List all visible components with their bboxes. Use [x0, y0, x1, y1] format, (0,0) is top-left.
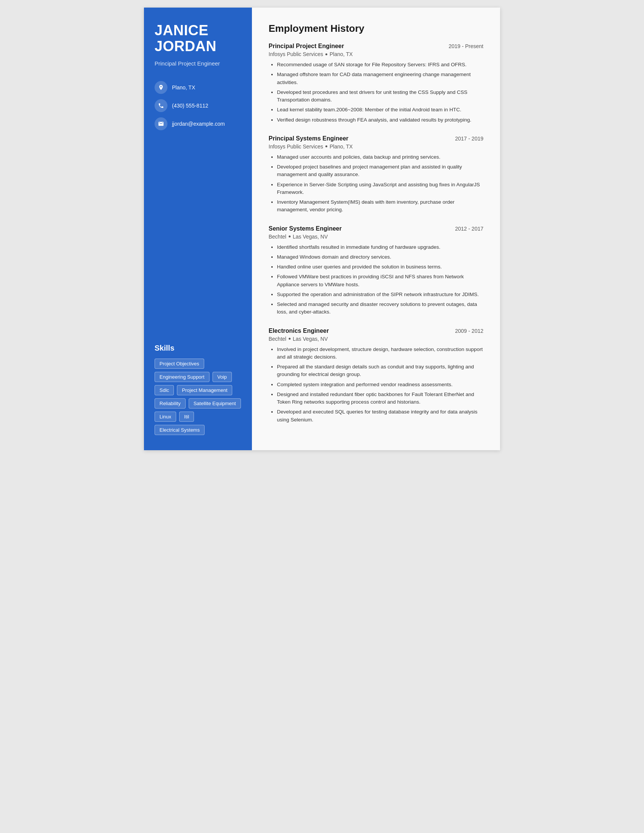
company-name: Bechtel — [269, 336, 287, 342]
contact-list: Plano, TX (430) 555-8112 jjordan@example… — [155, 81, 242, 130]
job-bullets: Managed user accounts and policies, data… — [269, 153, 483, 214]
bullet-item: Managed Windows domain and directory ser… — [277, 253, 483, 261]
skill-tag: Voip — [213, 372, 232, 382]
bullet-item: Completed system integration and perform… — [277, 381, 483, 389]
bullet-item: Inventory Management System(IMS) deals w… — [277, 198, 483, 214]
bullet-item: Selected and managed security and disast… — [277, 301, 483, 316]
bullet-item: Experience in Server-Side Scripting usin… — [277, 181, 483, 196]
separator-dot — [289, 338, 291, 339]
skills-tags: Project ObjectivesEngineering SupportVoi… — [155, 359, 242, 435]
job-header: Principal Project Engineer 2019 - Presen… — [269, 43, 483, 50]
job-bullets: Identified shortfalls resulted in immedi… — [269, 243, 483, 316]
company-name: Bechtel — [269, 234, 287, 240]
bullet-item: Developed test procedures and test drive… — [277, 88, 483, 104]
company-name: Infosys Public Services — [269, 143, 323, 150]
separator-dot — [289, 235, 291, 237]
skill-tag: Engineering Support — [155, 372, 209, 382]
job-location: Plano, TX — [330, 51, 353, 57]
separator-dot — [325, 145, 327, 147]
job-location: Plano, TX — [330, 143, 353, 150]
job-company: Bechtel Las Vegas, NV — [269, 234, 483, 240]
job-dates: 2017 - 2019 — [455, 135, 483, 142]
bullet-item: Developed and executed SQL queries for t… — [277, 408, 483, 424]
skill-tag: Project Objectives — [155, 359, 204, 369]
bullet-item: Involved in project development, structu… — [277, 346, 483, 361]
bullet-item: Handled online user queries and provided… — [277, 263, 483, 271]
email-text: jjordan@example.com — [172, 121, 225, 127]
resume-container: JANICE JORDAN Principal Project Engineer… — [144, 8, 500, 450]
bullet-item: Managed user accounts and policies, data… — [277, 153, 483, 161]
job-block: Electronics Engineer 2009 - 2012 Bechtel… — [269, 328, 483, 424]
candidate-title: Principal Project Engineer — [155, 60, 242, 68]
skills-heading: Skills — [155, 344, 242, 352]
bullet-item: Designed and installed redundant fiber o… — [277, 391, 483, 406]
bullet-item: Prepared all the standard design details… — [277, 363, 483, 379]
bullet-item: Verified design robustness through FEA a… — [277, 116, 483, 124]
job-bullets: Recommended usage of SAN storage for Fil… — [269, 61, 483, 124]
contact-location: Plano, TX — [155, 81, 242, 94]
separator-dot — [325, 53, 327, 55]
job-block: Principal Project Engineer 2019 - Presen… — [269, 43, 483, 124]
job-location: Las Vegas, NV — [293, 336, 328, 342]
job-title: Principal Project Engineer — [269, 43, 344, 50]
bullet-item: Followed VMWare best practices in provid… — [277, 273, 483, 288]
jobs-container: Principal Project Engineer 2019 - Presen… — [269, 43, 483, 424]
job-dates: 2019 - Present — [449, 43, 483, 49]
bullet-item: Supported the operation and administrati… — [277, 291, 483, 298]
location-text: Plano, TX — [172, 84, 195, 90]
contact-phone: (430) 555-8112 — [155, 99, 242, 112]
bullet-item: Lead kernel stability team.2006~2008: Me… — [277, 106, 483, 114]
job-header: Electronics Engineer 2009 - 2012 — [269, 328, 483, 334]
bullet-item: Recommended usage of SAN storage for Fil… — [277, 61, 483, 69]
skill-tag: Reliability — [155, 398, 186, 408]
employment-heading: Employment History — [269, 23, 483, 34]
skill-tag: Project Management — [177, 385, 232, 395]
contact-email: jjordan@example.com — [155, 117, 242, 130]
job-block: Principal Systems Engineer 2017 - 2019 I… — [269, 135, 483, 214]
job-title: Electronics Engineer — [269, 328, 329, 334]
job-bullets: Involved in project development, structu… — [269, 346, 483, 424]
job-title: Principal Systems Engineer — [269, 135, 349, 142]
job-block: Senior Systems Engineer 2012 - 2017 Bech… — [269, 225, 483, 316]
candidate-name: JANICE JORDAN — [155, 23, 242, 55]
bullet-item: Developed project baselines and project … — [277, 163, 483, 179]
bullet-item: Managed offshore team for CAD data manag… — [277, 71, 483, 86]
job-company: Infosys Public Services Plano, TX — [269, 143, 483, 150]
job-company: Bechtel Las Vegas, NV — [269, 336, 483, 342]
job-dates: 2009 - 2012 — [455, 328, 483, 334]
company-name: Infosys Public Services — [269, 51, 323, 57]
email-icon — [155, 117, 167, 130]
bullet-item: Identified shortfalls resulted in immedi… — [277, 243, 483, 251]
location-icon — [155, 81, 167, 94]
job-dates: 2012 - 2017 — [455, 226, 483, 232]
skills-section: Skills Project ObjectivesEngineering Sup… — [155, 344, 242, 435]
job-header: Principal Systems Engineer 2017 - 2019 — [269, 135, 483, 142]
job-company: Infosys Public Services Plano, TX — [269, 51, 483, 57]
skill-tag: Electrical Systems — [155, 425, 204, 435]
main-content: Employment History Principal Project Eng… — [252, 8, 500, 450]
job-header: Senior Systems Engineer 2012 - 2017 — [269, 225, 483, 232]
skill-tag: Satellite Equipment — [188, 398, 241, 408]
job-title: Senior Systems Engineer — [269, 225, 342, 232]
job-location: Las Vegas, NV — [293, 234, 328, 240]
phone-icon — [155, 99, 167, 112]
phone-text: (430) 555-8112 — [172, 103, 208, 109]
skill-tag: Linux — [155, 412, 176, 422]
skill-tag: Sdlc — [155, 385, 174, 395]
skill-tag: Itil — [179, 412, 194, 422]
sidebar: JANICE JORDAN Principal Project Engineer… — [144, 8, 252, 450]
